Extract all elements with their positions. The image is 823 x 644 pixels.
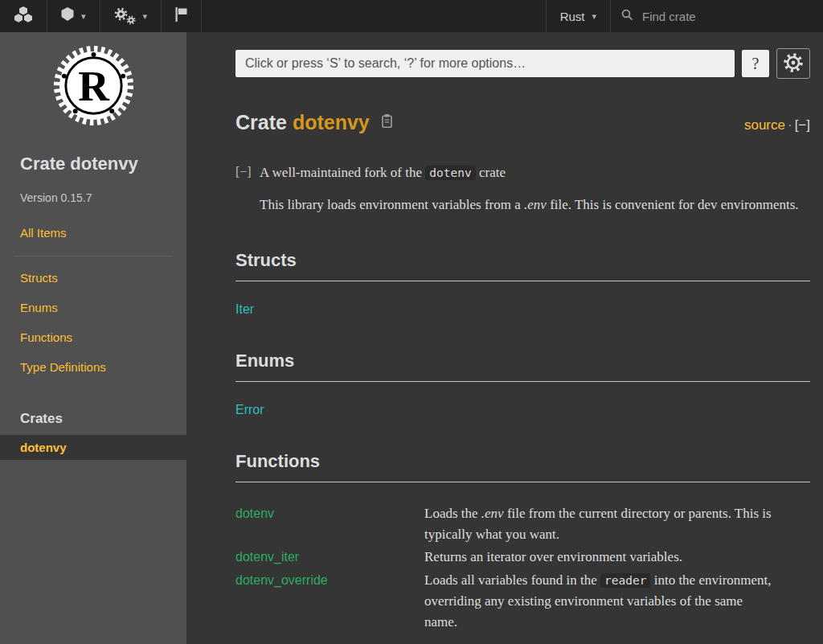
fn-desc-cell: Loads all variables found in the reader … — [424, 570, 772, 634]
collapse-all-toggle[interactable]: [−] — [795, 117, 810, 133]
top-navbar-right: Rust ▾ — [546, 0, 823, 32]
sidebar-divider — [14, 256, 172, 256]
doc-p2-text-2: file. This is convenient for dev environ… — [547, 197, 799, 212]
main-content: ? Crate dotenvy — [186, 32, 823, 644]
struct-iter-link[interactable]: Iter — [235, 302, 254, 317]
title-right-controls: source·[−] — [744, 117, 810, 133]
crate-menu-button[interactable]: ▾ — [47, 0, 100, 32]
flag-icon — [175, 7, 187, 25]
sidebar-all-items-link[interactable]: All Items — [0, 204, 186, 240]
enums-section-heading: Enums — [235, 351, 810, 382]
platform-menu-button[interactable]: ▾ — [100, 0, 162, 32]
page-title-crate-name[interactable]: dotenvy — [293, 111, 370, 133]
crate-docblock: [−] A well-maintained fork of the dotenv… — [235, 162, 810, 216]
fn-dotenv-iter-link[interactable]: dotenv_iter — [235, 550, 299, 564]
fn-desc-text: Loads the — [424, 506, 481, 521]
doc-p1-text: A well-maintained fork of the — [260, 165, 425, 180]
table-row: dotenv Loads the .env file from the curr… — [235, 503, 810, 546]
sidebar-current-crate[interactable]: dotenvy — [0, 435, 186, 460]
table-row: dotenv_iter Returns an iterator over env… — [235, 547, 810, 568]
rustdoc-search-row: ? — [235, 48, 810, 79]
table-row: dotenv_override Loads all variables foun… — [235, 570, 810, 634]
crate-search-box — [610, 0, 823, 32]
sidebar-section-links: Structs Enums Functions Type Definitions — [0, 263, 186, 382]
page-title: Crate dotenvy — [235, 111, 370, 133]
sidebar-crate-title[interactable]: Crate dotenvy — [0, 128, 186, 174]
sidebar-version: Version 0.15.7 — [0, 174, 186, 204]
fn-dotenv-link[interactable]: dotenv — [235, 507, 274, 520]
sidebar-item-enums[interactable]: Enums — [0, 293, 186, 322]
search-input[interactable] — [235, 50, 735, 77]
title-row: Crate dotenvy source·[−] — [235, 111, 810, 133]
language-label: Rust — [560, 10, 585, 23]
doc-p1-text-2: crate — [476, 165, 506, 180]
chevron-down-icon: ▾ — [592, 11, 596, 22]
chevron-down-icon: ▾ — [143, 11, 148, 22]
fn-desc-cell: Loads the .env file from the current dir… — [424, 503, 772, 546]
fn-desc-cell: Returns an iterator over environment var… — [424, 547, 682, 568]
gears-icon — [114, 7, 136, 25]
sidebar-crates-heading: Crates — [0, 382, 186, 435]
search-icon — [621, 9, 633, 24]
doc-paragraph-2: This library loads environment variables… — [260, 195, 799, 215]
copy-path-button[interactable] — [380, 113, 394, 131]
sidebar: R Crate dotenvy Version 0.15.7 All Items… — [0, 32, 186, 644]
fn-desc-em: .env — [481, 506, 504, 521]
fn-name-cell: dotenv — [235, 503, 424, 546]
dot-separator: · — [788, 117, 792, 133]
sidebar-item-structs[interactable]: Structs — [0, 263, 186, 293]
docsrs-cubes-icon — [14, 6, 33, 26]
doc-paragraph-1: A well-maintained fork of the dotenv cra… — [260, 162, 799, 183]
top-navbar-left: ▾ ▾ — [0, 0, 202, 32]
doc-p2-text: This library loads environment variables… — [260, 197, 524, 212]
gear-icon — [783, 52, 804, 76]
sidebar-item-type-definitions[interactable]: Type Definitions — [0, 352, 186, 382]
fn-dotenv-override-link[interactable]: dotenv_override — [235, 573, 328, 587]
settings-button[interactable] — [776, 48, 810, 79]
top-navbar: ▾ ▾ — [0, 0, 823, 32]
sidebar-item-functions[interactable]: Functions — [0, 322, 186, 352]
language-menu-button[interactable]: Rust ▾ — [546, 0, 610, 32]
doc-p2-em: .env — [524, 197, 547, 212]
functions-table: dotenv Loads the .env file from the curr… — [235, 503, 810, 634]
docsrs-home-button[interactable] — [0, 0, 47, 32]
page-title-prefix: Crate — [235, 111, 293, 133]
structs-section-heading: Structs — [235, 250, 810, 281]
functions-section-heading: Functions — [235, 451, 810, 482]
enum-error-link[interactable]: Error — [235, 403, 264, 417]
docblock-collapse-toggle[interactable]: [−] — [235, 162, 260, 216]
fn-desc-code: reader — [600, 573, 650, 588]
doc-p1-code: dotenv — [425, 166, 475, 180]
clipboard-icon — [380, 119, 394, 131]
find-crate-input[interactable] — [641, 9, 784, 24]
docblock-text: A well-maintained fork of the dotenv cra… — [260, 162, 799, 216]
package-cube-icon — [61, 7, 74, 25]
help-button[interactable]: ? — [742, 50, 769, 77]
svg-text:R: R — [78, 62, 110, 110]
fn-desc-text: Returns an iterator over environment var… — [424, 549, 682, 564]
chevron-down-icon: ▾ — [81, 11, 86, 22]
source-link[interactable]: source — [744, 117, 785, 133]
flag-menu-button[interactable] — [162, 0, 202, 32]
rust-logo[interactable]: R — [0, 32, 186, 128]
fn-desc-text: Loads all variables found in the — [424, 572, 600, 588]
fn-name-cell: dotenv_override — [235, 570, 424, 634]
fn-name-cell: dotenv_iter — [235, 547, 424, 568]
